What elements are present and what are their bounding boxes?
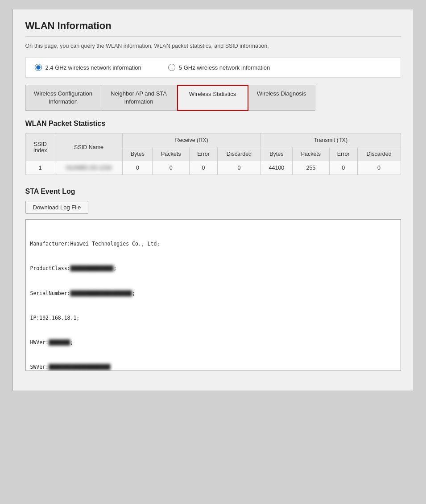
- page-description: On this page, you can query the WLAN inf…: [25, 43, 401, 49]
- log-header-0: Manufacturer:Huawei Technologies Co., Lt…: [30, 240, 396, 248]
- col-tx-bytes: Bytes: [261, 147, 292, 161]
- radio-2-4ghz-input[interactable]: [35, 64, 42, 71]
- ssid-name-blurred: HUAWEI-2G-1234: [66, 165, 112, 171]
- col-transmit: Transmit (TX): [261, 133, 401, 147]
- tab-neighbor-ap[interactable]: Neighbor AP and STA Information: [101, 85, 177, 111]
- page-title: WLAN Information: [25, 20, 401, 32]
- cell-rx-discarded: 0: [218, 161, 261, 175]
- cell-rx-bytes: 0: [123, 161, 153, 175]
- wlan-packet-stats-title: WLAN Packet Statistics: [25, 120, 401, 128]
- col-ssid-index: SSID Index: [25, 133, 55, 161]
- col-rx-error: Error: [190, 147, 218, 161]
- cell-tx-bytes: 44100: [261, 161, 292, 175]
- col-rx-bytes: Bytes: [123, 147, 153, 161]
- log-header-5: SWVer:████████████████████: [30, 363, 396, 371]
- radio-2-4ghz-label: 2.4 GHz wireless network information: [45, 64, 141, 71]
- log-header-2: SerialNumber:████████████████████;: [30, 289, 396, 297]
- tab-wireless-config[interactable]: Wireless Configuration Information: [25, 85, 101, 111]
- cell-ssid-name: HUAWEI-2G-1234: [55, 161, 123, 175]
- log-header-1: ProductClass:██████████████;: [30, 264, 396, 272]
- col-rx-packets: Packets: [153, 147, 190, 161]
- tabs-row: Wireless Configuration Information Neigh…: [25, 85, 401, 111]
- page-container: WLAN Information On this page, you can q…: [12, 9, 414, 391]
- cell-ssid-index: 1: [25, 161, 55, 175]
- radio-section: 2.4 GHz wireless network information 5 G…: [25, 57, 401, 78]
- title-divider: [25, 36, 401, 37]
- wlan-packet-stats-table: SSID Index SSID Name Receive (RX) Transm…: [25, 133, 401, 175]
- col-receive: Receive (RX): [123, 133, 261, 147]
- col-rx-discarded: Discarded: [218, 147, 261, 161]
- log-header-3: IP:192.168.18.1;: [30, 314, 396, 322]
- col-tx-packets: Packets: [293, 147, 330, 161]
- cell-rx-error: 0: [190, 161, 218, 175]
- col-tx-error: Error: [329, 147, 357, 161]
- radio-5ghz[interactable]: 5 GHz wireless network information: [168, 64, 270, 71]
- download-log-button[interactable]: Download Log File: [25, 201, 89, 214]
- cell-rx-packets: 0: [153, 161, 190, 175]
- wlan-packet-stats-section: WLAN Packet Statistics SSID Index SSID N…: [25, 120, 401, 175]
- sta-event-log-title: STA Event Log: [25, 187, 401, 196]
- tab-wireless-diag[interactable]: Wireless Diagnosis: [248, 85, 315, 111]
- radio-5ghz-label: 5 GHz wireless network information: [179, 64, 270, 71]
- tab-wireless-stats[interactable]: Wireless Statistics: [177, 85, 248, 111]
- sta-event-log-section: STA Event Log Download Log File Manufact…: [25, 187, 401, 371]
- cell-tx-discarded: 0: [357, 161, 401, 175]
- radio-2-4ghz[interactable]: 2.4 GHz wireless network information: [35, 64, 141, 71]
- col-tx-discarded: Discarded: [357, 147, 401, 161]
- log-header-4: HWVer:███████;: [30, 338, 396, 346]
- radio-5ghz-input[interactable]: [168, 64, 175, 71]
- col-ssid-name: SSID Name: [55, 133, 123, 161]
- log-box[interactable]: Manufacturer:Huawei Technologies Co., Lt…: [25, 219, 401, 371]
- cell-tx-error: 0: [329, 161, 357, 175]
- table-row: 1 HUAWEI-2G-1234 0 0 0 0 44100 255 0 0: [25, 161, 401, 175]
- cell-tx-packets: 255: [293, 161, 330, 175]
